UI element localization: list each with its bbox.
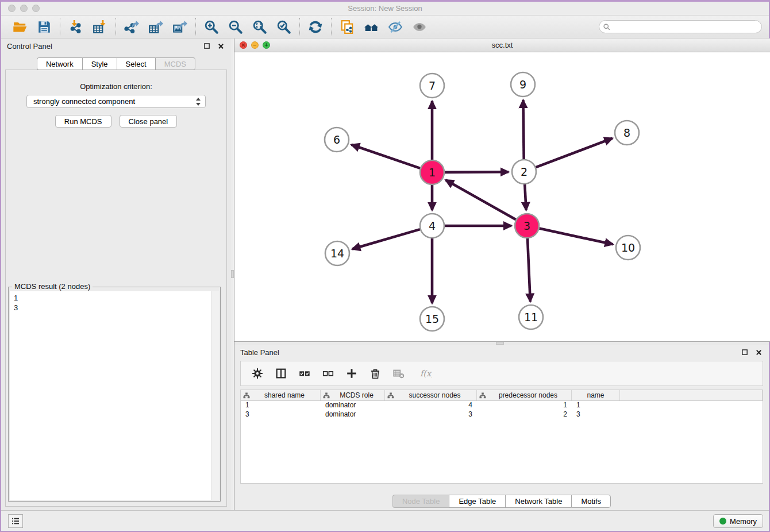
run-mcds-button[interactable]: Run MCDS: [55, 115, 111, 128]
tab-motifs[interactable]: Motifs: [571, 495, 611, 508]
table-cell[interactable]: 1: [477, 401, 572, 410]
table-row[interactable]: 3dominator323: [241, 410, 763, 419]
export-image-icon[interactable]: [172, 19, 188, 35]
memory-status-icon: [719, 518, 726, 525]
column-header-predecessor-nodes[interactable]: predecessor nodes: [477, 390, 572, 400]
select-all-icon[interactable]: [298, 367, 311, 380]
tab-edge-table[interactable]: Edge Table: [449, 495, 505, 508]
graph-edge-2-3[interactable]: [525, 184, 526, 210]
zoom-fit-icon[interactable]: [252, 19, 268, 35]
graph-edge-2-8[interactable]: [536, 138, 613, 168]
node-label: 6: [333, 133, 340, 146]
graph-node-15[interactable]: 15: [420, 307, 444, 331]
graph-edge-1-2[interactable]: [445, 172, 509, 172]
table-cell[interactable]: 3: [572, 410, 620, 419]
delete-row-icon[interactable]: [368, 367, 382, 380]
close-panel-button[interactable]: Close panel: [120, 115, 178, 128]
apply-layout-icon[interactable]: [307, 19, 324, 35]
column-header-successor-nodes[interactable]: successor nodes: [385, 390, 477, 400]
graph-node-10[interactable]: 10: [616, 236, 640, 260]
network-canvas[interactable]: 7968124314101511: [234, 52, 770, 341]
column-header-name[interactable]: name: [572, 390, 620, 400]
table-cell[interactable]: 1: [572, 401, 620, 410]
home-view-icon[interactable]: [363, 19, 379, 35]
export-table-icon[interactable]: [148, 19, 164, 35]
tab-style[interactable]: Style: [82, 57, 117, 70]
optimization-criterion-label: Optimization criterion:: [6, 82, 226, 91]
tab-network[interactable]: Network: [37, 57, 82, 70]
zoom-in-icon[interactable]: [203, 19, 220, 35]
column-header-shared-name[interactable]: shared name: [241, 390, 321, 400]
graph-node-3[interactable]: 3: [515, 214, 539, 238]
column-header-mcds-role[interactable]: MCDS role: [321, 390, 385, 400]
graph-node-2[interactable]: 2: [512, 160, 536, 184]
tab-select[interactable]: Select: [117, 57, 155, 70]
zoom-out-icon[interactable]: [228, 19, 244, 35]
tab-node-table[interactable]: Node Table: [392, 495, 449, 508]
table-cell[interactable]: 2: [477, 410, 572, 419]
network-window-titlebar: ✕ − + scc.txt: [234, 38, 770, 52]
mcds-result-list[interactable]: 13: [10, 291, 211, 500]
table-cell[interactable]: dominator: [321, 401, 385, 410]
show-column-icon[interactable]: [274, 367, 288, 380]
table-options-icon[interactable]: [251, 367, 264, 380]
table-panel-title: Table Panel: [240, 348, 279, 357]
close-panel-icon[interactable]: [754, 348, 763, 357]
search-input[interactable]: [613, 23, 758, 31]
node-label: 10: [621, 241, 635, 254]
task-history-button[interactable]: [8, 514, 23, 528]
save-session-icon[interactable]: [36, 19, 52, 35]
mcds-result-title: MCDS result (2 nodes): [12, 282, 93, 291]
table-cell[interactable]: 3: [241, 410, 321, 419]
graph-edge-4-14[interactable]: [352, 229, 420, 249]
result-line: 1: [14, 293, 211, 303]
mcds-tab-content: Optimization criterion: strongly connect…: [5, 70, 227, 507]
criterion-select[interactable]: strongly connected component: [26, 95, 206, 108]
graph-node-1[interactable]: 1: [420, 160, 444, 184]
graph-node-6[interactable]: 6: [325, 128, 349, 152]
graph-node-7[interactable]: 7: [420, 74, 444, 98]
graph-node-4[interactable]: 4: [420, 214, 444, 238]
mcds-result-group: MCDS result (2 nodes) 13: [8, 287, 221, 502]
result-scrollbar[interactable]: [211, 291, 219, 500]
table-cell[interactable]: 4: [385, 401, 477, 410]
float-panel-icon[interactable]: [740, 348, 749, 357]
splitter-handle[interactable]: [231, 270, 234, 278]
table-cell[interactable]: 1: [241, 401, 321, 410]
graph-node-8[interactable]: 8: [615, 121, 639, 145]
table-tabs: Node TableEdge TableNetwork TableMotifs: [234, 495, 769, 508]
float-panel-icon[interactable]: [202, 41, 211, 51]
add-row-icon[interactable]: [345, 367, 359, 380]
table-row[interactable]: 1dominator411: [241, 401, 763, 410]
clone-network-icon[interactable]: [339, 19, 355, 35]
open-file-icon[interactable]: [12, 19, 28, 35]
table-toolbar: f(x): [240, 361, 763, 386]
graph-edge-2-9[interactable]: [523, 100, 523, 159]
function-builder-icon: f(x): [415, 367, 436, 380]
deselect-all-icon[interactable]: [321, 367, 335, 380]
search-box[interactable]: [599, 20, 762, 33]
graph-edge-3-10[interactable]: [540, 229, 613, 245]
tab-network-table[interactable]: Network Table: [505, 495, 571, 508]
hide-panel-icon[interactable]: [387, 19, 403, 35]
tab-mcds[interactable]: MCDS: [155, 57, 195, 70]
destroy-table-icon: [392, 367, 406, 380]
table-cell[interactable]: 3: [385, 410, 477, 419]
import-table-icon[interactable]: [92, 19, 108, 35]
graph-node-14[interactable]: 14: [325, 241, 349, 265]
close-panel-icon[interactable]: [216, 41, 225, 51]
main-toolbar: [1, 16, 769, 38]
graph-edge-1-6[interactable]: [352, 145, 421, 168]
graph-node-9[interactable]: 9: [511, 72, 535, 97]
zoom-selected-icon[interactable]: [276, 19, 292, 35]
memory-button[interactable]: Memory: [713, 514, 763, 528]
export-network-icon[interactable]: [124, 19, 140, 35]
table-cell[interactable]: dominator: [321, 410, 385, 419]
node-label: 11: [524, 311, 538, 323]
column-header-filler: [620, 390, 763, 400]
import-network-icon[interactable]: [68, 19, 84, 35]
graph-node-11[interactable]: 11: [519, 305, 543, 329]
control-panel-title: Control Panel: [7, 42, 52, 51]
graph-edge-3-11[interactable]: [528, 238, 530, 302]
graph-edge-3-1[interactable]: [446, 180, 516, 219]
